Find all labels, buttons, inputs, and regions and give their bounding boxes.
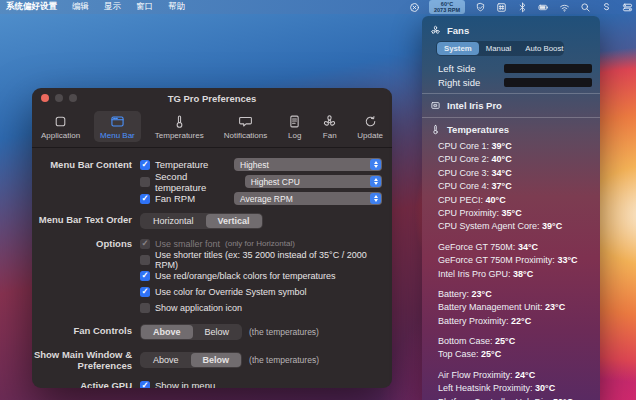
- fans-title: Fans: [447, 25, 469, 36]
- zoom-button[interactable]: [69, 94, 77, 102]
- temperature-checkbox[interactable]: [140, 160, 150, 170]
- temperature-row: GeForce GT 750M: 34°C: [438, 241, 592, 254]
- fan-rpm-checkbox[interactable]: [140, 194, 150, 204]
- fan-icon: [322, 114, 337, 129]
- smaller-font-suffix: (only for Horizontal): [225, 239, 295, 248]
- tab-menu-bar[interactable]: Menu Bar: [94, 111, 141, 142]
- temperature-row: CPU Proximity: 35°C: [438, 207, 592, 220]
- search-icon[interactable]: [579, 1, 591, 13]
- fan-rpm-dropdown[interactable]: Average RPM: [234, 192, 382, 205]
- sensor-value: 30°C: [535, 383, 555, 393]
- update-arrows-icon: [363, 114, 378, 129]
- second-temperature-checkbox[interactable]: [140, 177, 150, 187]
- show-in-menu-label: Show in menu: [155, 380, 215, 388]
- sensor-value: 25°C: [495, 336, 515, 346]
- tab-update[interactable]: Update: [351, 111, 389, 142]
- option-override-color: Use color for Override System symbol: [140, 285, 382, 298]
- tgpro-preferences-window: TG Pro Preferences Application Menu Bar …: [32, 88, 392, 388]
- tgpro-menubar-item[interactable]: 60°C 2073 RPM: [429, 0, 465, 14]
- sensor-value: 35°C: [502, 208, 522, 218]
- panel-divider: [422, 93, 600, 94]
- battery-icon[interactable]: [537, 1, 549, 13]
- tab-temperatures[interactable]: Temperatures: [149, 111, 210, 142]
- fan-icon: [430, 25, 441, 36]
- text-order-vertical[interactable]: Vertical: [206, 214, 262, 228]
- temperature-row: Battery: 23°C: [438, 288, 592, 301]
- gpu-icon: [430, 100, 441, 111]
- tab-log[interactable]: Log: [281, 111, 308, 142]
- override-color-checkbox[interactable]: [140, 287, 150, 297]
- gpu-section-header[interactable]: Intel Iris Pro: [422, 98, 600, 113]
- close-button[interactable]: [41, 94, 49, 102]
- keyboard-grid-icon[interactable]: [495, 1, 507, 13]
- sensor-value: 22°C: [511, 316, 531, 326]
- tab-label: Menu Bar: [100, 131, 135, 140]
- show-main-window-below[interactable]: Below: [191, 353, 242, 367]
- sensor-label: Left Heatsink Proximity:: [438, 383, 535, 393]
- user-switch-icon[interactable]: [600, 1, 612, 13]
- fan-mode-auto-boost[interactable]: Auto Boost: [518, 42, 570, 55]
- window-titlebar[interactable]: TG Pro Preferences: [32, 88, 392, 108]
- left-fan-slider[interactable]: [504, 64, 592, 73]
- temperatures-section-header: Temperatures: [422, 122, 600, 137]
- sensor-label: Battery:: [438, 289, 472, 299]
- minimize-button[interactable]: [55, 94, 63, 102]
- temperature-row: CPU Core 2: 40°C: [438, 153, 592, 166]
- fan-mode-system[interactable]: System: [437, 42, 479, 55]
- menubar-menu-app[interactable]: 系统偏好设置: [6, 1, 57, 13]
- fan-controls-above[interactable]: Above: [141, 325, 193, 339]
- smaller-font-checkbox[interactable]: [140, 239, 150, 249]
- show-in-menu-checkbox[interactable]: [140, 381, 150, 388]
- sensor-label: CPU PECI:: [438, 195, 486, 205]
- show-main-window-label: Show Main Window & Preferences: [32, 348, 132, 371]
- temperature-row: Intel Iris Pro GPU: 38°C: [438, 268, 592, 281]
- override-color-label: Use color for Override System symbol: [155, 287, 307, 297]
- temperature-row: Battery Proximity: 22°C: [438, 315, 592, 328]
- right-fan-slider[interactable]: [504, 78, 592, 87]
- fan-controls-below[interactable]: Below: [193, 325, 242, 339]
- bluetooth-icon[interactable]: [516, 1, 528, 13]
- fan-mode-manual[interactable]: Manual: [479, 42, 519, 55]
- menubar-menu-edit[interactable]: 编辑: [72, 1, 89, 13]
- temperature-row: Bottom Case: 25°C: [438, 335, 592, 348]
- shorter-titles-label: Use shorter titles (ex: 35 2000 instead …: [155, 250, 382, 270]
- menubar: 系统偏好设置 编辑 显示 窗口 帮助 60°C 2073 RPM: [0, 0, 636, 14]
- second-temperature-dropdown[interactable]: Highest CPU: [245, 175, 382, 188]
- sensor-label: Air Flow Proximity:: [438, 370, 515, 380]
- show-main-window-segmented: Above Below: [140, 352, 242, 368]
- options-label: Options: [32, 237, 132, 314]
- menubar-status-area: 60°C 2073 RPM: [408, 0, 633, 14]
- text-order-horizontal[interactable]: Horizontal: [141, 214, 206, 228]
- sensor-value: 24°C: [515, 370, 535, 380]
- option-app-icon: Show application icon: [140, 301, 382, 314]
- temperature-row: Air Flow Proximity: 24°C: [438, 369, 592, 382]
- menubar-menu-help[interactable]: 帮助: [168, 1, 185, 13]
- show-main-window-above[interactable]: Above: [141, 353, 191, 367]
- sensor-label: CPU Core 4:: [438, 181, 492, 191]
- sensor-label: CPU Core 1:: [438, 141, 492, 151]
- shorter-titles-checkbox[interactable]: [140, 255, 150, 265]
- fan-controls-row: Fan Controls Above Below (the temperatur…: [32, 324, 382, 340]
- temp-colors-checkbox[interactable]: [140, 271, 150, 281]
- temperature-row: GeForce GT 750M Proximity: 33°C: [438, 254, 592, 267]
- wifi-icon[interactable]: [558, 1, 570, 13]
- option-shorter-titles: Use shorter titles (ex: 35 2000 instead …: [140, 253, 382, 266]
- app-icon-checkbox[interactable]: [140, 303, 150, 313]
- menubar-menu-window[interactable]: 窗口: [136, 1, 153, 13]
- sensor-value: 23°C: [472, 289, 492, 299]
- menu-bar-content-row: Menu Bar Content Temperature Highest Sec…: [32, 158, 382, 205]
- control-center-icon[interactable]: [621, 1, 633, 13]
- circle-x-icon[interactable]: [408, 1, 420, 13]
- panel-divider: [422, 117, 600, 118]
- temperature-group: Air Flow Proximity: 24°CLeft Heatsink Pr…: [438, 369, 592, 400]
- text-order-label: Menu Bar Text Order: [32, 213, 132, 229]
- tab-application[interactable]: Application: [35, 111, 86, 142]
- tab-notifications[interactable]: Notifications: [218, 111, 274, 142]
- fan-mode-segmented: System Manual Auto Boost: [436, 41, 564, 56]
- shield-check-icon[interactable]: [474, 1, 486, 13]
- tab-fan[interactable]: Fan: [316, 111, 343, 142]
- menubar-menu-view[interactable]: 显示: [104, 1, 121, 13]
- temperature-dropdown[interactable]: Highest: [234, 158, 382, 171]
- tgpro-rpm-readout: 2073 RPM: [434, 7, 460, 13]
- temperature-row: CPU PECI: 40°C: [438, 194, 592, 207]
